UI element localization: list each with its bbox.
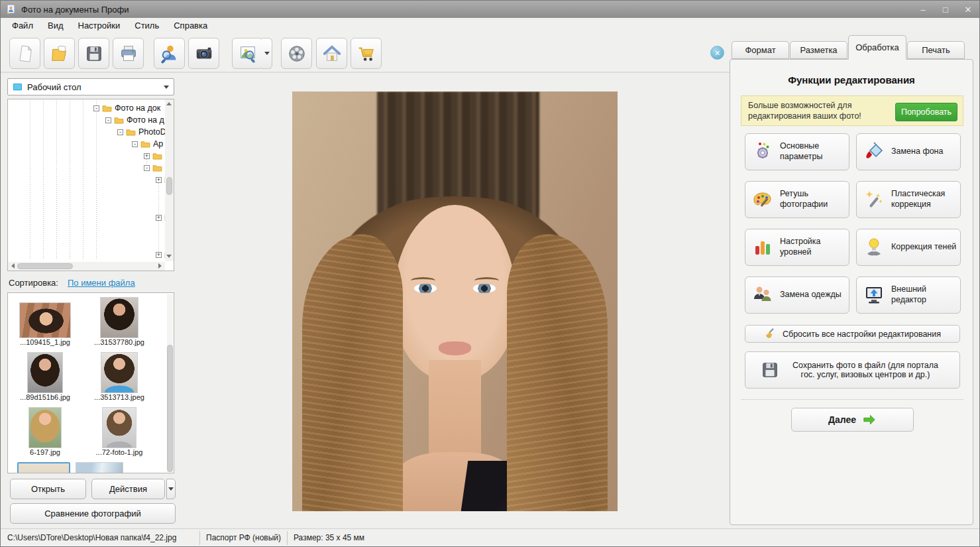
- toolbar: [1, 32, 730, 72]
- function-label: Пластическая коррекция: [891, 189, 959, 210]
- menu-help[interactable]: Справка: [166, 19, 215, 32]
- actions-button[interactable]: Действия: [91, 479, 165, 499]
- minimize-button[interactable]: –: [917, 5, 929, 15]
- sort-by-filename-link[interactable]: По имени файла: [68, 278, 135, 288]
- film-button[interactable]: [281, 38, 312, 69]
- tree-expander[interactable]: -: [117, 129, 123, 135]
- folder-tree[interactable]: -Фото на док -Фото на д -PhotoD -Ap + - …: [7, 99, 174, 271]
- compare-photos-button[interactable]: Сравнение фотографий: [10, 503, 176, 524]
- scroll-thumb[interactable]: [17, 263, 73, 269]
- open-photo-button[interactable]: Открыть: [10, 479, 86, 499]
- photo-thumbnail[interactable]: [100, 297, 138, 338]
- preview-image-button[interactable]: [232, 38, 263, 69]
- photo-preview[interactable]: [292, 91, 618, 511]
- file-name: ...89d151b6.jpg: [20, 393, 70, 402]
- floppy-icon: [760, 360, 780, 380]
- file-name: ...109415_1.jpg: [20, 338, 70, 347]
- try-button[interactable]: Попробовать: [895, 103, 957, 121]
- tree-hscrollbar[interactable]: [8, 262, 165, 271]
- print-button[interactable]: [113, 38, 144, 69]
- broom-icon: [764, 328, 777, 340]
- scroll-down-icon[interactable]: [166, 255, 172, 258]
- tree-expander[interactable]: -: [144, 165, 150, 171]
- tree-item-label: Ap: [153, 139, 163, 149]
- photo-thumbnail-selected[interactable]: [17, 462, 70, 473]
- list-item[interactable]: ...72-foto-1.jpg: [85, 407, 154, 457]
- replace-clothes-button[interactable]: Замена одежды: [745, 276, 849, 314]
- scroll-left-icon[interactable]: [11, 263, 15, 269]
- levels-button[interactable]: Настройка уровней: [745, 229, 849, 266]
- tree-item[interactable]: -PhotoD: [117, 127, 166, 137]
- new-document-button[interactable]: [9, 38, 40, 69]
- function-label: Настройка уровней: [780, 237, 847, 257]
- find-person-button[interactable]: [154, 38, 185, 69]
- tree-vscrollbar[interactable]: [165, 99, 174, 261]
- tree-expander[interactable]: -: [132, 141, 138, 147]
- camera-button[interactable]: [188, 38, 219, 69]
- scroll-thumb[interactable]: [166, 177, 172, 195]
- shadow-correction-button[interactable]: Коррекция теней: [856, 229, 961, 266]
- print-icon: [119, 44, 138, 64]
- menu-view[interactable]: Вид: [40, 19, 71, 32]
- scroll-up-icon[interactable]: [166, 102, 172, 105]
- photo-thumbnail[interactable]: [27, 352, 63, 393]
- save-button[interactable]: [78, 38, 109, 69]
- menu-style[interactable]: Стиль: [127, 19, 166, 32]
- maximize-button[interactable]: □: [940, 5, 952, 15]
- menu-file[interactable]: Файл: [5, 19, 40, 32]
- content-divider: [1, 72, 730, 73]
- reset-settings-button[interactable]: Сбросить все настройки редактирования: [745, 325, 960, 343]
- folder-select[interactable]: Рабочий стол: [7, 78, 174, 95]
- list-item[interactable]: ...3513713.jpeg: [85, 352, 154, 402]
- basic-params-button[interactable]: Основные параметры: [745, 133, 849, 170]
- external-editor-button[interactable]: Внешний редактор: [856, 276, 961, 314]
- function-label: Внешний редактор: [891, 284, 959, 305]
- replace-background-button[interactable]: Замена фона: [856, 133, 961, 170]
- home-button[interactable]: [316, 38, 347, 69]
- tab-print[interactable]: Печать: [907, 41, 965, 59]
- photo-thumbnail[interactable]: [28, 407, 62, 448]
- photo-thumbnail[interactable]: [76, 462, 123, 473]
- list-item[interactable]: ...109415_1.jpg: [11, 297, 80, 347]
- app-icon: [6, 4, 17, 15]
- list-item[interactable]: 6-197.jpg: [11, 407, 80, 457]
- tree-item[interactable]: -Фото на д: [105, 115, 164, 125]
- scroll-right-icon[interactable]: [158, 263, 162, 269]
- reset-settings-label: Сбросить все настройки редактирования: [783, 330, 941, 339]
- tree-expander[interactable]: -: [105, 117, 111, 123]
- close-button[interactable]: ✕: [962, 5, 974, 15]
- tree-item[interactable]: +: [144, 151, 165, 161]
- retouch-button[interactable]: Ретушь фотографии: [745, 181, 849, 218]
- list-item[interactable]: ...31537780.jpg: [85, 297, 154, 347]
- camera-icon: [194, 44, 214, 64]
- tab-layout[interactable]: Разметка: [790, 41, 847, 59]
- tab-processing[interactable]: Обработка: [848, 35, 906, 60]
- tree-expander[interactable]: -: [93, 105, 99, 111]
- tree-item[interactable]: -Ap: [132, 139, 163, 149]
- open-folder-button[interactable]: [44, 38, 75, 69]
- chevron-down-icon: [168, 487, 174, 491]
- list-vscrollbar[interactable]: [167, 294, 173, 472]
- tree-expander[interactable]: +: [144, 153, 150, 159]
- preview-dropdown-button[interactable]: [262, 38, 272, 69]
- panel-close-icon[interactable]: ✕: [710, 46, 724, 60]
- scroll-thumb[interactable]: [167, 345, 173, 472]
- tree-expander[interactable]: +: [156, 177, 162, 183]
- tree-item[interactable]: -Фото на док: [93, 103, 160, 113]
- photo-thumbnail[interactable]: [101, 352, 138, 393]
- save-to-file-button[interactable]: Сохранить фото в файл (для портала гос. …: [745, 351, 960, 389]
- next-button[interactable]: Далее: [791, 408, 914, 432]
- next-label: Далее: [828, 414, 856, 425]
- photo-thumbnail[interactable]: [102, 407, 136, 448]
- list-item[interactable]: ...89d151b6.jpg: [11, 352, 80, 402]
- photo-thumbnail[interactable]: [19, 302, 71, 338]
- tree-expander[interactable]: +: [156, 215, 162, 221]
- actions-dropdown-button[interactable]: [166, 479, 176, 499]
- menu-settings[interactable]: Настройки: [71, 19, 128, 32]
- buy-cart-button[interactable]: [351, 38, 382, 69]
- photo-list[interactable]: ...109415_1.jpg ...31537780.jpg ...89d15…: [7, 292, 174, 473]
- tab-format[interactable]: Формат: [732, 41, 789, 59]
- plastic-correction-button[interactable]: Пластическая коррекция: [856, 181, 961, 218]
- tree-item[interactable]: -: [144, 162, 165, 173]
- tree-expander[interactable]: +: [156, 252, 162, 258]
